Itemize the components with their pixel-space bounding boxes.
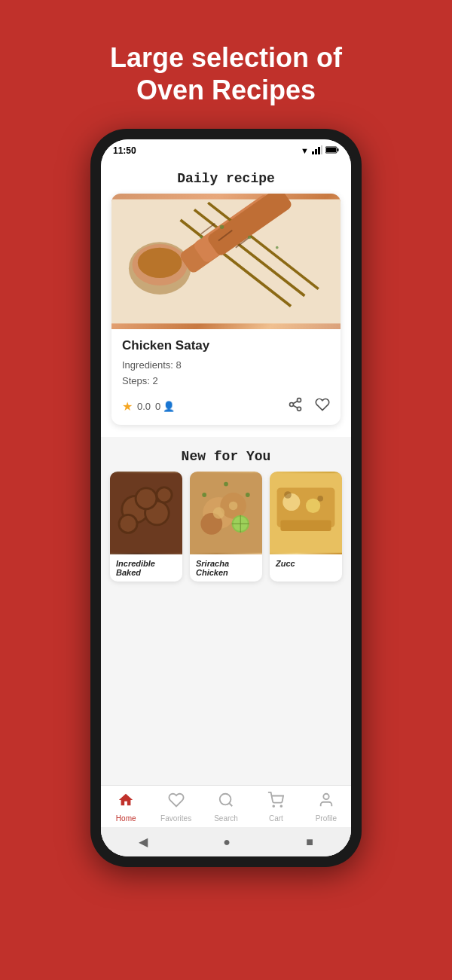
svg-rect-0 <box>312 151 314 154</box>
svg-point-10 <box>138 248 182 278</box>
search-label: Search <box>214 814 238 823</box>
svg-point-35 <box>137 489 156 508</box>
svg-point-45 <box>229 502 238 511</box>
daily-recipe-title: Daily recipe <box>101 159 351 194</box>
search-icon <box>218 792 234 812</box>
recent-button[interactable]: ■ <box>306 835 313 849</box>
svg-rect-3 <box>321 145 322 154</box>
svg-rect-5 <box>337 148 339 151</box>
recipe-image <box>111 194 341 329</box>
header-line2: Oven Recipes <box>110 74 342 106</box>
svg-point-20 <box>220 225 224 229</box>
recipe-thumb-zucchini[interactable]: Zucc <box>270 472 342 582</box>
steps-text: Steps: 2 <box>122 374 330 389</box>
status-time: 11:50 <box>113 145 136 156</box>
nav-profile[interactable]: Profile <box>301 792 351 823</box>
zucchini-label: Zucc <box>270 554 342 572</box>
daily-recipe-section: Daily recipe <box>101 159 351 437</box>
svg-point-37 <box>120 516 136 532</box>
recipe-name: Chicken Satay <box>122 338 330 353</box>
header-line1: Large selection of <box>110 41 342 74</box>
svg-point-59 <box>317 496 323 502</box>
profile-label: Profile <box>316 814 337 823</box>
svg-point-26 <box>298 407 301 411</box>
meatballs-label: Incredible Baked <box>110 554 182 582</box>
signal-icon <box>312 145 322 156</box>
svg-point-44 <box>213 507 224 518</box>
svg-point-21 <box>248 236 252 240</box>
svg-rect-2 <box>318 147 320 154</box>
rating-value: 0.0 <box>137 401 151 412</box>
status-bar: 11:50 ▼ <box>101 139 351 159</box>
nav-cart[interactable]: Cart <box>251 792 301 823</box>
svg-point-23 <box>200 236 203 239</box>
new-for-you-section: New for You <box>101 437 351 785</box>
user-count: 0 👤 <box>155 401 175 412</box>
home-icon <box>118 792 134 812</box>
svg-line-28 <box>293 401 298 403</box>
svg-point-60 <box>220 794 231 805</box>
svg-rect-57 <box>280 521 331 531</box>
app-content: Daily recipe <box>101 159 351 856</box>
profile-icon <box>318 792 334 812</box>
recipe-thumb-sriracha[interactable]: Sriracha Chicken <box>190 472 262 582</box>
svg-rect-6 <box>326 148 336 152</box>
action-icons <box>288 397 330 416</box>
sriracha-image <box>190 472 262 554</box>
svg-point-63 <box>281 806 282 808</box>
svg-point-22 <box>276 246 279 249</box>
svg-point-25 <box>290 402 294 406</box>
svg-point-39 <box>157 488 170 501</box>
recipes-grid: Incredible Baked <box>101 472 351 591</box>
back-button[interactable]: ◀ <box>139 835 148 849</box>
home-button[interactable]: ● <box>223 835 231 849</box>
share-button[interactable] <box>288 397 303 416</box>
nav-favorites[interactable]: Favorites <box>151 792 200 823</box>
android-nav: ◀ ● ■ <box>101 827 351 856</box>
svg-point-62 <box>273 806 275 808</box>
svg-point-56 <box>306 499 320 513</box>
rating-section: ★ 0.0 0 👤 <box>122 399 175 414</box>
recipe-thumb-meatballs[interactable]: Incredible Baked <box>110 472 182 582</box>
battery-icon <box>325 146 339 155</box>
nav-home[interactable]: Home <box>101 792 151 823</box>
ingredients-text: Ingredients: 8 <box>122 358 330 374</box>
wifi-icon: ▼ <box>301 146 309 155</box>
svg-point-64 <box>323 794 328 799</box>
cart-label: Cart <box>269 814 283 823</box>
svg-line-27 <box>293 405 298 408</box>
phone-screen: 11:50 ▼ <box>101 139 351 856</box>
svg-point-51 <box>246 493 250 497</box>
svg-point-24 <box>298 398 301 402</box>
svg-rect-1 <box>315 149 317 154</box>
svg-line-61 <box>229 804 232 807</box>
meatballs-image <box>110 472 182 554</box>
nav-search[interactable]: Search <box>201 792 251 823</box>
cart-icon <box>267 792 284 812</box>
recipe-info: Chicken Satay Ingredients: 8 Steps: 2 ★ … <box>111 329 341 425</box>
svg-point-50 <box>202 493 206 497</box>
favorites-icon <box>168 792 185 812</box>
daily-recipe-card[interactable]: Chicken Satay Ingredients: 8 Steps: 2 ★ … <box>111 194 341 425</box>
bottom-nav: Home Favorites S <box>101 785 351 827</box>
sriracha-label: Sriracha Chicken <box>190 554 262 582</box>
favorite-button[interactable] <box>315 397 330 416</box>
status-icons: ▼ <box>301 145 339 156</box>
svg-point-52 <box>224 482 228 487</box>
favorites-label: Favorites <box>160 814 191 823</box>
home-label: Home <box>116 814 136 823</box>
app-header: Large selection of Oven Recipes <box>110 41 342 106</box>
star-icon: ★ <box>122 399 133 414</box>
phone-frame: 11:50 ▼ <box>90 129 362 867</box>
recipe-meta: Ingredients: 8 Steps: 2 <box>122 358 330 389</box>
new-for-you-title: New for You <box>101 437 351 472</box>
recipe-actions: ★ 0.0 0 👤 <box>122 397 330 416</box>
zucchini-image <box>270 472 342 554</box>
svg-point-58 <box>284 491 292 499</box>
